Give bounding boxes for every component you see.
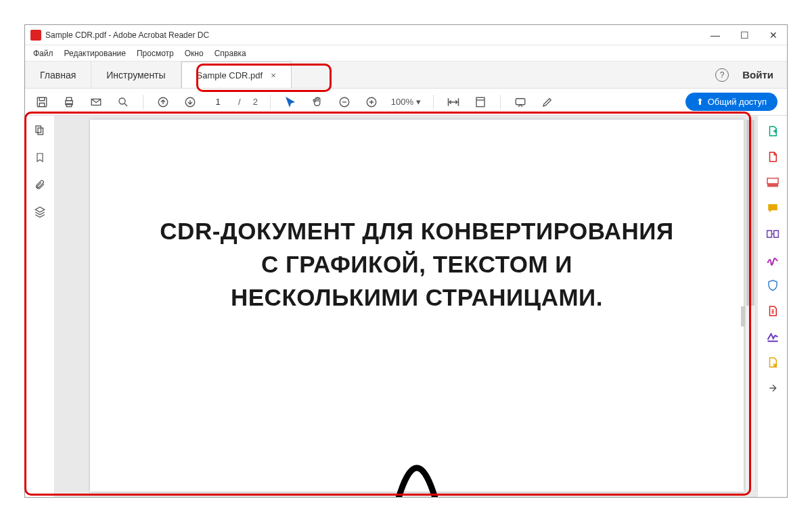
search-icon[interactable] [116,95,131,110]
tabbar-right: ? Войти [715,62,787,88]
layers-icon[interactable] [33,205,47,218]
svg-rect-12 [36,126,41,133]
minimize-button[interactable]: — [706,28,724,42]
window-title: Sample CDR.pdf - Adobe Acrobat Reader DC [45,30,706,40]
tabbar: Главная Инструменты Sample CDR.pdf × ? В… [25,62,787,89]
svg-rect-2 [66,97,72,101]
scroll-grip[interactable] [741,306,745,327]
app-window: Sample CDR.pdf - Adobe Acrobat Reader DC… [24,24,788,498]
share-button[interactable]: ⬆ Общий доступ [685,93,777,111]
tab-home[interactable]: Главная [25,62,91,88]
upload-icon: ⬆ [696,97,704,107]
tab-close-icon[interactable]: × [271,70,276,80]
tab-tools[interactable]: Инструменты [91,62,181,88]
svg-rect-17 [773,231,778,237]
menu-file[interactable]: Файл [33,49,53,58]
left-rail [25,116,55,497]
scrollbar-thumb[interactable] [746,120,754,306]
zoom-out-icon[interactable] [337,95,352,110]
protect-icon[interactable] [765,278,780,293]
hand-icon[interactable] [310,95,325,110]
thumbnails-icon[interactable] [33,124,47,137]
page-up-icon[interactable] [156,95,171,110]
svg-rect-11 [516,98,525,104]
svg-point-5 [119,98,125,104]
mail-icon[interactable] [89,95,104,110]
page-separator: / [238,97,241,107]
bookmark-icon[interactable] [33,151,47,164]
page-text-line2: С ГРАФИКОЙ, ТЕКСТОМ И [128,247,706,281]
svg-rect-3 [66,103,72,107]
toolbar-separator [270,95,271,110]
svg-rect-14 [767,179,778,184]
titlebar: Sample CDR.pdf - Adobe Acrobat Reader DC… [25,25,787,45]
pdf-page: CDR-ДОКУМЕНТ ДЛЯ КОНВЕРТИРОВАНИЯ С ГРАФИ… [90,120,744,492]
page-text-line1: CDR-ДОКУМЕНТ ДЛЯ КОНВЕРТИРОВАНИЯ [128,214,706,247]
attachment-icon[interactable] [33,178,47,191]
selection-icon[interactable] [283,95,298,110]
page-total: 2 [253,97,258,107]
fit-width-icon[interactable] [446,95,461,110]
page-graphic [376,424,457,497]
fill-sign-icon[interactable] [765,329,780,344]
comment-icon[interactable] [765,201,780,216]
sign-icon[interactable] [765,252,780,267]
menu-window[interactable]: Окно [185,49,204,58]
combine-icon[interactable] [765,227,780,241]
page-text-line3: НЕСКОЛЬКИМИ СТРАНИЦАМИ. [128,281,706,314]
toolbar: / 2 100%▾ ⬆ Общий доступ [25,89,787,116]
zoom-dropdown[interactable]: 100%▾ [391,97,421,107]
menubar: Файл Редактирование Просмотр Окно Справк… [25,45,787,62]
toolbar-separator [433,95,434,110]
window-controls: — ☐ ✕ [706,28,782,42]
tab-document-label: Sample CDR.pdf [197,70,263,80]
compress-icon[interactable] [765,304,780,318]
document-viewport[interactable]: CDR-ДОКУМЕНТ ДЛЯ КОНВЕРТИРОВАНИЯ С ГРАФИ… [55,116,757,497]
edit-pdf-icon[interactable] [765,175,780,190]
tab-document[interactable]: Sample CDR.pdf × [181,62,292,88]
annotate-icon[interactable] [513,95,528,110]
content-area: CDR-ДОКУМЕНТ ДЛЯ КОНВЕРТИРОВАНИЯ С ГРАФИ… [25,116,787,497]
svg-rect-0 [37,97,47,107]
vertical-scrollbar[interactable] [745,120,756,492]
help-icon[interactable]: ? [715,68,729,82]
maximize-button[interactable]: ☐ [736,28,753,42]
menu-edit[interactable]: Редактирование [64,49,126,58]
toolbar-separator [500,95,501,110]
page-down-icon[interactable] [183,95,198,110]
menu-view[interactable]: Просмотр [137,49,174,58]
chevron-down-icon: ▾ [416,97,421,107]
svg-rect-16 [767,231,771,237]
send-icon[interactable] [765,355,780,370]
share-label: Общий доступ [708,97,767,107]
svg-rect-15 [767,184,778,187]
export-pdf-icon[interactable] [765,124,780,139]
page-number-input[interactable] [210,97,226,107]
more-tools-icon[interactable] [765,381,780,396]
svg-rect-13 [38,128,43,135]
menu-help[interactable]: Справка [215,49,246,58]
print-icon[interactable] [62,95,76,110]
highlight-icon[interactable] [540,95,555,110]
right-rail [757,116,787,497]
zoom-in-icon[interactable] [364,95,379,110]
toolbar-separator [143,95,143,110]
create-pdf-icon[interactable] [765,149,780,164]
close-button[interactable]: ✕ [765,28,782,42]
app-icon [30,30,41,41]
login-button[interactable]: Войти [742,69,773,80]
fit-page-icon[interactable] [473,95,488,110]
save-icon[interactable] [35,95,49,110]
svg-rect-10 [476,97,484,107]
